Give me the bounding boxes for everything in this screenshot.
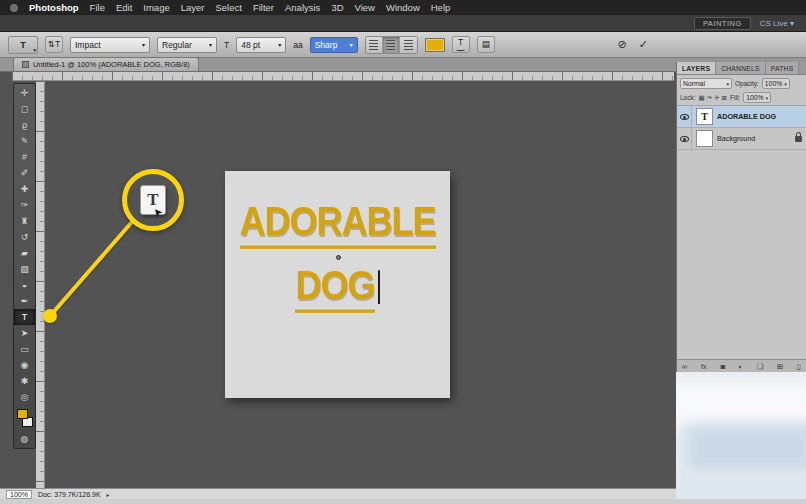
3d-rotation-tool[interactable]: ◉	[14, 357, 35, 373]
gradient-tool[interactable]: ▧	[14, 261, 35, 277]
text-color-swatch[interactable]	[425, 38, 445, 52]
layer-row-adorable-dog[interactable]: T ADORABLE DOG	[677, 106, 806, 128]
warp-text-button[interactable]: T	[452, 36, 470, 53]
hand-tool[interactable]: ✱	[14, 373, 35, 389]
layer-effects-icon[interactable]: fx	[701, 362, 707, 371]
layer-mask-icon[interactable]: ◙	[720, 362, 725, 371]
font-family-select[interactable]: Impact ▾	[70, 37, 150, 53]
eyedropper-tool[interactable]: ✐	[14, 165, 35, 181]
layer-name[interactable]: Background	[717, 134, 791, 143]
lock-pixels-icon[interactable]: ✑	[707, 94, 712, 102]
canvas-document[interactable]: ADORABLE DOG	[225, 171, 450, 398]
menu-file[interactable]: File	[90, 2, 105, 13]
tab-paths[interactable]: PATHS	[766, 62, 800, 74]
menu-image[interactable]: Image	[143, 2, 169, 13]
menu-photoshop[interactable]: Photoshop	[29, 2, 79, 13]
align-center-button[interactable]	[383, 37, 400, 53]
apple-menu-icon[interactable]	[10, 4, 18, 12]
visibility-toggle[interactable]	[677, 128, 692, 149]
chevron-down-icon: ▾	[350, 41, 353, 48]
menu-3d[interactable]: 3D	[331, 2, 343, 13]
layer-thumbnail[interactable]: T	[696, 108, 713, 125]
photoshop-window: Photoshop File Edit Image Layer Select F…	[0, 0, 806, 504]
blur-tool[interactable]: ◒	[14, 277, 35, 293]
delete-layer-icon[interactable]: ▯	[797, 362, 801, 371]
lasso-tool[interactable]: ϱ	[14, 117, 35, 133]
layer-thumbnail[interactable]	[696, 130, 713, 147]
pen-tool[interactable]: ✒	[14, 293, 35, 309]
lock-position-icon[interactable]: ✛	[714, 94, 719, 102]
tab-channels[interactable]: CHANNELS	[716, 62, 766, 74]
crop-icon: #	[22, 152, 27, 162]
link-layers-icon[interactable]: ∞	[682, 362, 687, 371]
menu-window[interactable]: Window	[386, 2, 420, 13]
brush-tool[interactable]: ✑	[14, 197, 35, 213]
menu-select[interactable]: Select	[215, 2, 241, 13]
adjustment-layer-icon[interactable]: ◐	[739, 362, 744, 371]
foreground-color-swatch[interactable]	[17, 409, 28, 419]
type-tool[interactable]: T	[14, 309, 35, 325]
crop-tool[interactable]: #	[14, 149, 35, 165]
path-selection-icon: ➤	[21, 328, 29, 338]
menu-filter[interactable]: Filter	[253, 2, 274, 13]
rectangle-tool[interactable]: ▭	[14, 341, 35, 357]
opacity-field[interactable]: 100% ▾	[762, 78, 790, 89]
thumb-letter: T	[701, 111, 708, 122]
align-right-button[interactable]	[400, 37, 417, 53]
fill-field[interactable]: 100% ▾	[743, 92, 771, 103]
blend-mode-select[interactable]: Normal ▾	[680, 78, 732, 89]
desktop-background	[676, 372, 806, 504]
font-style-select[interactable]: Regular ▾	[157, 37, 217, 53]
opacity-label: Opacity:	[735, 80, 759, 87]
lock-all-icon[interactable]: ⊠	[722, 94, 727, 102]
canvas-text-line1: ADORABLE	[240, 198, 436, 248]
cancel-edits-icon[interactable]: ⊘	[618, 38, 627, 51]
menu-view[interactable]: View	[355, 2, 375, 13]
workspace-painting-button[interactable]: PAINTING	[694, 17, 751, 30]
chevron-down-icon: ▾	[726, 81, 729, 87]
text-orientation-button[interactable]: ⇅T	[45, 36, 63, 53]
tool-preset-picker[interactable]: T ▾	[8, 36, 38, 54]
menu-bar: Photoshop File Edit Image Layer Select F…	[0, 0, 806, 15]
brush-icon: ✑	[21, 200, 29, 210]
visibility-toggle[interactable]	[677, 106, 692, 127]
menu-edit[interactable]: Edit	[116, 2, 132, 13]
layer-group-icon[interactable]: ❏	[757, 362, 764, 371]
path-selection-tool[interactable]: ➤	[14, 325, 35, 341]
font-size-select[interactable]: 48 pt ▾	[236, 37, 286, 53]
eraser-tool[interactable]: ▰	[14, 245, 35, 261]
menu-help[interactable]: Help	[431, 2, 451, 13]
clone-stamp-tool[interactable]: ♜	[14, 213, 35, 229]
tool-options-bar: T ▾ ⇅T Impact ▾ Regular ▾ T 48 pt ▾ aa S…	[0, 32, 806, 58]
quick-selection-tool[interactable]: ✎	[14, 133, 35, 149]
move-tool[interactable]: ✛	[14, 85, 35, 101]
lock-transparent-icon[interactable]: ▦	[699, 94, 705, 102]
layer-name[interactable]: ADORABLE DOG	[717, 112, 802, 121]
quick-mask-button[interactable]: ◍	[14, 431, 35, 447]
marquee-icon: ◻	[21, 104, 28, 114]
cs-live-menu[interactable]: CS Live ▾	[760, 19, 794, 28]
status-menu-arrow-icon[interactable]: ▸	[107, 491, 110, 498]
anti-alias-select[interactable]: Sharp ▾	[310, 37, 358, 53]
type-tool-icon: T	[20, 40, 26, 50]
hand-icon: ✱	[21, 376, 29, 386]
panel-tab-bar: LAYERS CHANNELS PATHS	[677, 62, 806, 75]
tab-layers[interactable]: LAYERS	[677, 62, 716, 74]
layer-row-background[interactable]: Background	[677, 128, 806, 150]
chevron-down-icon: ▾	[766, 95, 769, 101]
rectangular-marquee-tool[interactable]: ◻	[14, 101, 35, 117]
new-layer-icon[interactable]: ⊞	[777, 362, 783, 371]
document-tab[interactable]: Untitled-1 @ 100% (ADORABLE DOG, RGB/8)	[13, 57, 199, 71]
menu-layer[interactable]: Layer	[181, 2, 205, 13]
history-brush-tool[interactable]: ↺	[14, 229, 35, 245]
commit-edits-icon[interactable]: ✓	[639, 38, 648, 51]
zoom-tool[interactable]: ◎	[14, 389, 35, 405]
healing-brush-tool[interactable]: ✚	[14, 181, 35, 197]
chevron-down-icon: ▾	[209, 41, 212, 48]
toggle-panels-button[interactable]: ▤	[477, 36, 495, 53]
layers-panel-footer: ∞ fx ◙ ◐ ❏ ⊞ ▯	[677, 359, 806, 372]
menu-analysis[interactable]: Analysis	[285, 2, 320, 13]
zoom-level-field[interactable]: 100%	[6, 490, 32, 499]
align-left-button[interactable]	[366, 37, 383, 53]
chevron-down-icon: ▾	[278, 41, 281, 48]
